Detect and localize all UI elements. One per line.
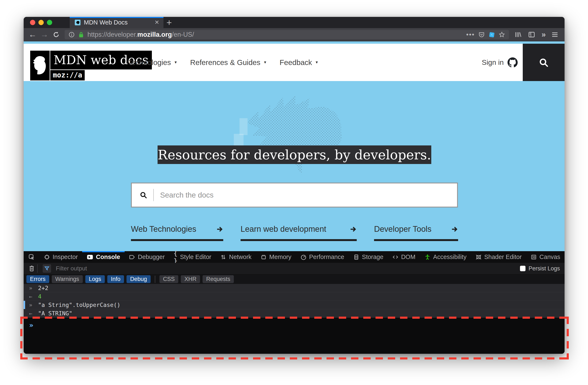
console-input-entry[interactable]: » "a String".toUpperCase() — [24, 301, 565, 309]
close-window-button[interactable] — [30, 20, 35, 25]
devtools-tab-storage[interactable]: Storage — [349, 251, 388, 263]
chevron-down-icon: ▼ — [315, 60, 318, 65]
persist-logs-label: Persist Logs — [528, 265, 560, 272]
minimize-window-button[interactable] — [39, 20, 44, 25]
console-result: 4 — [38, 293, 42, 300]
docs-search-input[interactable] — [160, 191, 457, 199]
console-input-area[interactable]: » — [24, 318, 565, 354]
canvas-icon — [530, 254, 537, 260]
filter-warnings[interactable]: Warnings — [52, 275, 83, 283]
page-top-strip — [24, 41, 565, 44]
arrow-right-icon — [451, 226, 458, 233]
nav-feedback[interactable]: Feedback▼ — [280, 58, 319, 67]
link-underline — [131, 239, 223, 241]
secure-lock-icon[interactable] — [78, 31, 84, 38]
url-bar[interactable]: https://developer.mozilla.org/en-US/ ••• — [65, 30, 509, 39]
link-underline — [374, 239, 458, 241]
filter-debug[interactable]: Debug — [126, 275, 151, 283]
clear-console-icon[interactable] — [28, 265, 35, 272]
devtools-tab-memory[interactable]: Memory — [256, 251, 296, 263]
filter-errors[interactable]: Errors — [26, 275, 49, 283]
console-result-entry[interactable]: ← 4 — [24, 292, 565, 301]
filter-toggle-button[interactable] — [43, 264, 51, 273]
console-input-entry[interactable]: » 2+2 — [24, 284, 565, 292]
arrow-right-icon — [216, 226, 223, 233]
hero-section: Resources for developers, by developers.… — [24, 81, 565, 251]
inspector-icon — [44, 254, 50, 260]
chevron-down-icon: ▼ — [263, 60, 267, 65]
console-expression: "a String".toUpperCase() — [38, 302, 120, 308]
new-tab-button[interactable]: + — [167, 17, 172, 28]
result-arrow-icon: ← — [27, 310, 34, 317]
filter-logs[interactable]: Logs — [85, 275, 105, 283]
filter-info[interactable]: Info — [107, 275, 124, 283]
chevron-down-icon: ▼ — [174, 60, 177, 65]
browser-tab[interactable]: MDN Web Docs ✕ — [70, 17, 164, 28]
devtools-tab-inspector[interactable]: Inspector — [39, 251, 82, 263]
mdn-header: MDN web docs moz://a Technologies▼ Refer… — [24, 44, 565, 81]
docs-search-box[interactable] — [131, 182, 458, 207]
console-prompt-icon: » — [29, 321, 33, 329]
reload-button[interactable] — [50, 31, 62, 38]
devtools-tab-accessibility[interactable]: Accessibility — [420, 251, 471, 263]
tab-close-icon[interactable]: ✕ — [154, 20, 159, 25]
extension-icon[interactable] — [488, 31, 495, 38]
browser-window: MDN Web Docs ✕ + ← → https://developer.m… — [24, 17, 565, 354]
storage-icon — [353, 254, 359, 260]
nav-technologies[interactable]: Technologies▼ — [128, 58, 177, 67]
devtools-tab-canvas[interactable]: Canvas — [526, 251, 565, 263]
devtools-tab-network[interactable]: Network — [216, 251, 256, 263]
back-button[interactable]: ← — [27, 30, 39, 39]
pick-element-button[interactable] — [28, 254, 35, 261]
forward-button[interactable]: → — [39, 30, 50, 39]
pocket-icon[interactable] — [478, 31, 485, 38]
library-icon[interactable] — [514, 31, 522, 38]
arrow-right-icon — [350, 226, 357, 233]
console-expression: 2+2 — [38, 285, 48, 291]
devtools-tab-debugger[interactable]: Debugger — [125, 251, 169, 263]
divider — [153, 189, 154, 201]
bookmark-star-icon[interactable] — [499, 31, 505, 38]
devtools-tab-shader-editor[interactable]: Shader Editor — [471, 251, 526, 263]
sidebar-icon[interactable] — [528, 31, 535, 38]
page-actions-icon[interactable]: ••• — [466, 31, 475, 38]
site-info-icon[interactable] — [68, 31, 75, 38]
result-arrow-icon: ← — [27, 293, 34, 300]
devtools-tab-style-editor[interactable]: { } Style Editor — [169, 251, 216, 263]
url-text[interactable]: https://developer.mozilla.org/en-US/ — [87, 31, 194, 39]
active-devtools-tab-indicator — [82, 251, 125, 252]
search-icon — [139, 191, 147, 199]
filter-requests[interactable]: Requests — [203, 275, 234, 283]
link-learn-web-development[interactable]: Learn web development — [241, 224, 357, 241]
github-icon[interactable] — [507, 57, 518, 68]
sign-in-label[interactable]: Sign in — [482, 58, 504, 66]
devtools-tab-performance[interactable]: Performance — [296, 251, 349, 263]
mdn-dino-icon — [30, 51, 50, 81]
filter-css[interactable]: CSS — [159, 275, 178, 283]
performance-icon — [300, 254, 307, 260]
toolbar-overflow-icon[interactable]: » — [542, 30, 545, 39]
console-toolbar: Persist Logs — [24, 263, 565, 274]
zoom-window-button[interactable] — [47, 20, 52, 25]
devtools-tab-dom[interactable]: DOM — [388, 251, 420, 263]
console-result: "A STRING" — [38, 310, 72, 317]
sign-in[interactable]: Sign in — [482, 44, 518, 81]
console-result-entry[interactable]: ← "A STRING" — [24, 309, 565, 318]
link-web-technologies[interactable]: Web Technologies — [131, 224, 223, 241]
persist-logs[interactable]: Persist Logs — [520, 265, 560, 272]
link-developer-tools[interactable]: Developer Tools — [374, 224, 458, 241]
persist-logs-checkbox[interactable] — [520, 266, 525, 271]
accessibility-icon — [424, 254, 431, 260]
mozilla-wordmark: moz://a — [50, 70, 85, 81]
nav-references-guides[interactable]: References & Guides▼ — [190, 58, 267, 67]
divider — [155, 276, 155, 283]
menu-hamburger-icon[interactable] — [551, 31, 558, 38]
divider — [37, 264, 38, 273]
network-icon — [220, 254, 226, 260]
devtools-tab-console[interactable]: Console — [82, 251, 125, 263]
tab-bar: MDN Web Docs ✕ + — [24, 17, 565, 28]
link-underline — [241, 239, 357, 241]
filter-xhr[interactable]: XHR — [181, 275, 200, 283]
filter-output-input[interactable] — [56, 265, 520, 272]
header-search-button[interactable] — [523, 44, 565, 81]
